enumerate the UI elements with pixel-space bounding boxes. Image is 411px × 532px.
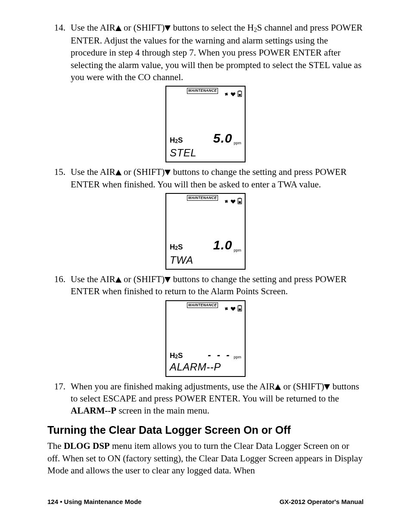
heart-icon — [230, 88, 236, 93]
svg-rect-2 — [239, 94, 241, 96]
gas-unit: ppm — [234, 355, 241, 361]
step-number: 17. — [47, 380, 71, 417]
gas-label: H2S — [170, 243, 183, 252]
screen-mode-label: ALARM--P — [170, 360, 221, 374]
triangle-down-icon — [165, 277, 171, 283]
section-heading: Turning the Clear Data Logger Screen On … — [47, 423, 364, 438]
svg-rect-5 — [239, 201, 241, 203]
lcd-screen-alarm-p: MAINTENANCE H2S - - - ppm ALARM--P — [165, 300, 246, 377]
triangle-down-icon — [324, 384, 330, 390]
step-text: Use the AIR or (SHIFT) buttons to select… — [71, 22, 364, 83]
step-16: 16. Use the AIR or (SHIFT) buttons to ch… — [47, 273, 364, 298]
step-text: Use the AIR or (SHIFT) buttons to change… — [71, 273, 364, 298]
footer-left: 124 • Using Maintenance Mode — [47, 498, 142, 505]
battery-icon — [237, 302, 243, 308]
maintenance-label: MAINTENANCE — [187, 88, 218, 93]
step-text: Use the AIR or (SHIFT) buttons to change… — [71, 166, 364, 190]
gas-unit: ppm — [234, 140, 241, 147]
maintenance-label: MAINTENANCE — [187, 195, 218, 201]
footer-right: GX-2012 Operator's Manual — [280, 498, 364, 505]
step-14: 14. Use the AIR or (SHIFT) buttons to se… — [47, 22, 364, 83]
step-number: 14. — [47, 22, 71, 83]
triangle-up-icon — [115, 25, 121, 31]
gas-unit: ppm — [234, 248, 241, 254]
step-number: 16. — [47, 273, 71, 298]
heart-icon — [230, 302, 236, 308]
svg-rect-8 — [239, 308, 241, 310]
lcd-screen-twa: MAINTENANCE H2S 1.0 ppm TWA — [165, 193, 246, 270]
triangle-down-icon — [165, 170, 171, 175]
fan-icon — [224, 88, 229, 93]
fan-icon — [224, 302, 229, 308]
dlog-dsp-bold: DLOG DSP — [64, 441, 110, 451]
heart-icon — [230, 195, 236, 201]
triangle-up-icon — [115, 277, 121, 283]
triangle-down-icon — [165, 25, 171, 31]
screen-mode-label: STEL — [170, 146, 196, 160]
fan-icon — [224, 195, 229, 201]
step-15: 15. Use the AIR or (SHIFT) buttons to ch… — [47, 166, 364, 190]
triangle-up-icon — [115, 170, 121, 175]
page-footer: 124 • Using Maintenance Mode GX-2012 Ope… — [47, 498, 364, 505]
alarm-p-bold: ALARM--P — [71, 405, 116, 416]
triangle-up-icon — [275, 384, 281, 390]
gas-value: 5.0 — [183, 130, 234, 147]
lcd-screen-stel: MAINTENANCE H2S 5.0 ppm STEL — [165, 86, 246, 162]
gas-label: H2S — [170, 351, 183, 361]
gas-value: - - - — [183, 348, 234, 361]
gas-label: H2S — [170, 136, 183, 146]
step-number: 15. — [47, 166, 71, 190]
step-17: 17. When you are finished making adjustm… — [47, 380, 364, 417]
section-body: The DLOG DSP menu item allows you to tur… — [47, 440, 364, 476]
battery-icon — [237, 88, 243, 93]
gas-value: 1.0 — [183, 236, 234, 254]
maintenance-label: MAINTENANCE — [187, 302, 218, 308]
battery-icon — [237, 195, 243, 201]
screen-mode-label: TWA — [170, 253, 193, 267]
step-text: When you are finished making adjustments… — [71, 380, 364, 417]
